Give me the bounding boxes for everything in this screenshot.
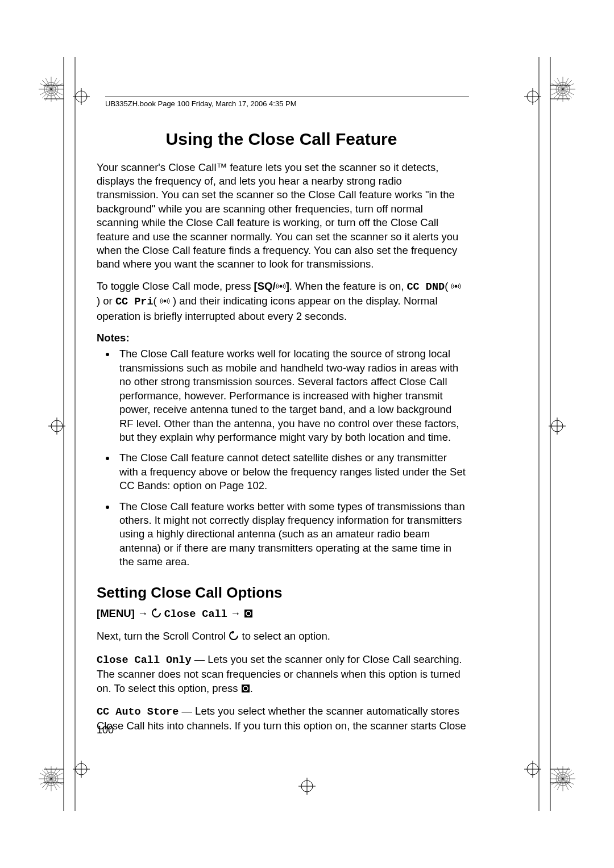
menu-path: [MENU] → Close Call → — [97, 607, 466, 621]
cc-pri-label: CC Pri — [115, 296, 154, 308]
page-content: Using the Close Call Feature Your scanne… — [97, 128, 466, 741]
scroll-icon — [229, 631, 239, 644]
notes-heading: Notes: — [97, 331, 466, 345]
trim-lines-left — [32, 57, 78, 813]
arrow-icon: → — [230, 607, 241, 619]
menu-item: Close Call — [164, 608, 227, 620]
close-call-icon — [451, 281, 461, 294]
option-label: Close Call Only — [97, 654, 192, 666]
enter-icon — [244, 608, 253, 621]
svg-rect-78 — [242, 685, 250, 692]
arrow-icon: → — [138, 607, 148, 619]
text: Next, turn the Scroll Control — [97, 630, 229, 642]
text: To toggle Close Call mode, press — [97, 280, 254, 292]
cc-auto-store-option: CC Auto Store — Lets you select whether … — [97, 704, 466, 733]
svg-point-74 — [455, 285, 457, 287]
svg-point-73 — [280, 285, 282, 287]
enter-icon — [241, 683, 250, 696]
note-item: The Close Call feature works better with… — [116, 500, 466, 569]
page-header: UB335ZH.book Page 100 Friday, March 17, … — [105, 97, 469, 108]
page-title: Using the Close Call Feature — [97, 128, 466, 151]
scroll-icon — [151, 608, 161, 621]
svg-rect-76 — [244, 610, 252, 617]
notes-list: The Close Call feature works well for lo… — [97, 347, 466, 569]
next-line: Next, turn the Scroll Control to select … — [97, 629, 466, 644]
close-call-icon — [160, 295, 170, 309]
toggle-paragraph: To toggle Close Call mode, press [SQ/]. … — [97, 279, 466, 323]
text: to select an option. — [239, 630, 330, 642]
cc-dnd-label: CC DND — [407, 281, 445, 293]
page-number: 100 — [97, 724, 114, 736]
note-item: The Close Call feature works well for lo… — [116, 347, 466, 444]
option-label: CC Auto Store — [97, 706, 179, 718]
section-heading: Setting Close Call Options — [97, 583, 466, 602]
note-item: The Close Call feature cannot detect sat… — [116, 451, 466, 493]
option-desc-end: . — [250, 682, 253, 694]
sq-label: [SQ/ — [254, 280, 276, 292]
svg-point-75 — [164, 300, 166, 302]
registration-mark-bottom-center — [298, 778, 316, 797]
close-call-icon — [276, 281, 286, 294]
text: . When the feature is on, — [289, 280, 407, 292]
header-text: UB335ZH.book Page 100 Friday, March 17, … — [105, 99, 297, 108]
text: or — [100, 295, 115, 307]
intro-paragraph: Your scanner's Close Call™ feature lets … — [97, 161, 466, 272]
close-call-only-option: Close Call Only — Lets you set the scann… — [97, 653, 466, 696]
menu-label: [MENU] — [97, 607, 135, 619]
trim-lines-right — [536, 57, 582, 813]
